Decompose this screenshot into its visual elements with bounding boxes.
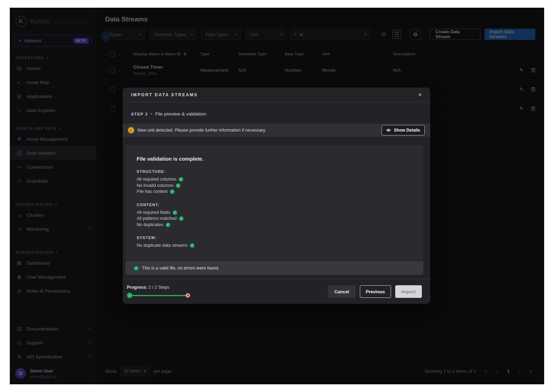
validation-item: No duplicate data streams✓ [137, 243, 423, 249]
validation-result: ✓ This is a valid file, no errors were f… [125, 261, 423, 275]
validation-item: No invalid columns✓ [137, 183, 423, 189]
previous-button[interactable]: Previous [360, 285, 391, 298]
progress-slider[interactable]: ✓ [127, 293, 190, 298]
new-unit-notice: ✓ New unit detected. Please provide furt… [123, 124, 430, 137]
progress-label: Progress: 2 / 2 Steps [127, 285, 190, 290]
modal-footer: Progress: 2 / 2 Steps ✓ Cancel Previous … [123, 279, 430, 304]
check-circle-icon: ✓ [179, 216, 184, 221]
warning-badge-icon: ✓ [128, 127, 134, 133]
validation-group-system: SYSTEM: [137, 236, 423, 240]
validation-item: File has content✓ [137, 189, 423, 195]
validation-group-structure: STRUCTURE: [137, 169, 423, 174]
cancel-button[interactable]: Cancel [328, 285, 356, 298]
check-circle-icon: ✓ [166, 223, 170, 227]
bullet-icon: • [151, 112, 152, 117]
eye-icon [386, 128, 391, 132]
validation-panel: File validation is complete. STRUCTURE: … [125, 145, 423, 275]
step-description: File preview & validation [155, 111, 206, 117]
validation-item: All required columns✓ [137, 176, 423, 183]
check-circle-icon: ✓ [134, 266, 138, 271]
check-circle-icon: ✓ [179, 177, 183, 182]
step-label: STEP 2 [131, 112, 148, 116]
validation-headline: File validation is complete. [125, 145, 423, 162]
app-window: K Kelvin BETA Environment (DEV) ✶ Kelvin… [10, 8, 544, 384]
show-details-button[interactable]: Show Details [382, 125, 425, 135]
import-data-streams-modal: IMPORT DATA STREAMS × STEP 2 • File prev… [123, 88, 430, 304]
progress-start-check-icon: ✓ [127, 293, 132, 298]
check-circle-icon: ✓ [176, 183, 180, 188]
progress-end-handle[interactable] [186, 293, 190, 298]
validation-item: No duplicates✓ [137, 222, 423, 228]
check-circle-icon: ✓ [173, 210, 177, 215]
modal-title: IMPORT DATA STREAMS [131, 92, 198, 97]
validation-group-content: CONTENT: [137, 203, 423, 207]
validation-item: All required fields✓ [137, 210, 423, 216]
import-button[interactable]: Import [395, 285, 422, 298]
validation-item: All patterns matched✓ [137, 216, 423, 222]
check-circle-icon: ✓ [190, 243, 194, 248]
check-circle-icon: ✓ [170, 189, 174, 194]
close-icon[interactable]: × [418, 91, 422, 98]
notice-text: New unit detected. Please provide furthe… [137, 128, 378, 133]
